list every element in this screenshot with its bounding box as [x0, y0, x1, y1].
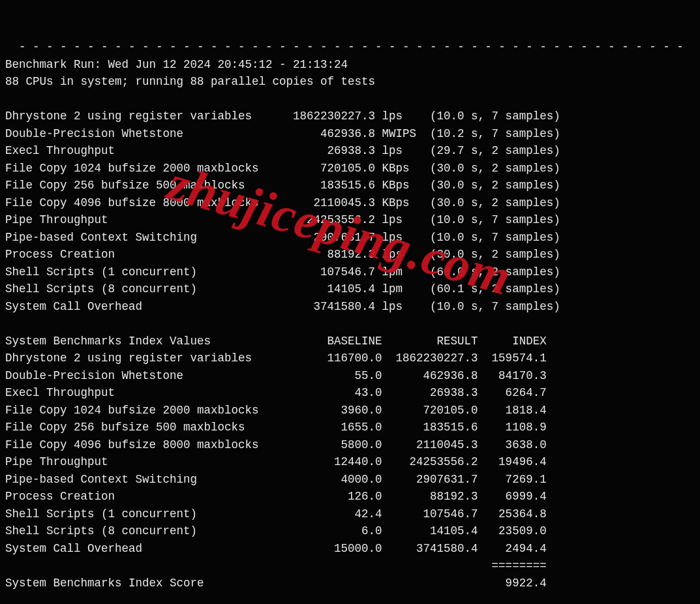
benchmark-run-line: Benchmark Run: Wed Jun 12 2024 20:45:12 …	[5, 58, 348, 71]
tests-block: Dhrystone 2 using register variables 186…	[5, 110, 560, 313]
divider-line: - - - - - - - - - - - - - - - - - - - - …	[19, 40, 690, 53]
terminal-output: zhujiceping.com - - - - - - - - - - - - …	[0, 0, 700, 604]
cpu-info-line: 88 CPUs in system; running 88 parallel c…	[5, 75, 375, 88]
index-block: System Benchmarks Index Values BASELINE …	[5, 335, 547, 555]
score-line: System Benchmarks Index Score 9922.4	[5, 577, 547, 590]
separator-line: ========	[5, 559, 547, 572]
